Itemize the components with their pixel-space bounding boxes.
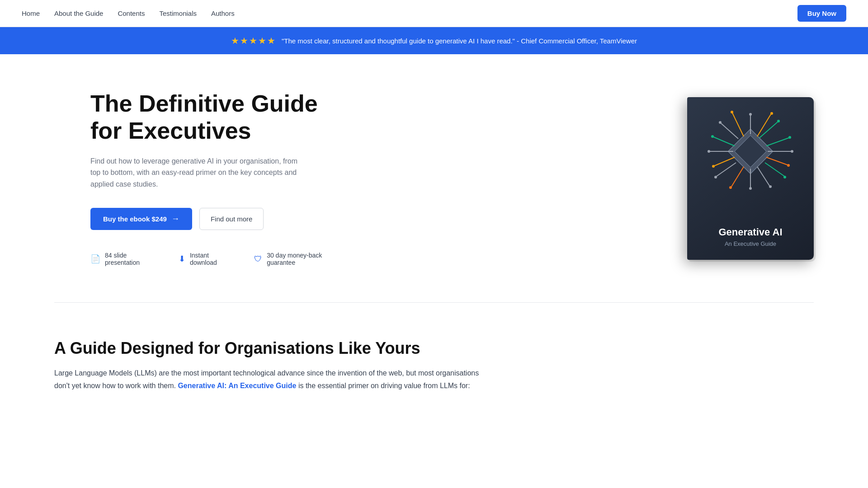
svg-point-29 [769, 185, 772, 188]
nav-contents[interactable]: Contents [118, 9, 145, 17]
svg-point-17 [708, 150, 710, 153]
nav-authors[interactable]: Authors [211, 9, 235, 17]
section-divider [54, 302, 814, 303]
feature-download-label: Instant download [190, 252, 232, 266]
circuit-illustration [701, 106, 800, 197]
svg-point-31 [777, 120, 780, 122]
nav-home[interactable]: Home [22, 9, 40, 17]
hero-description: Find out how to leverage generative AI i… [90, 155, 307, 190]
svg-point-15 [783, 176, 786, 178]
book-cover: Generative AI An Executive Guide [687, 97, 814, 260]
section2-description: Large Language Models (LLMs) are the mos… [54, 367, 488, 391]
feature-download: ⬇ Instant download [179, 252, 232, 266]
hero-title: The Definitive Guide for Executives [90, 90, 344, 145]
section-organisations: A Guide Designed for Organisations Like … [0, 312, 542, 409]
guide-link[interactable]: Generative AI: An Executive Guide [178, 382, 296, 389]
buy-now-button[interactable]: Buy Now [797, 5, 846, 22]
feature-slides-label: 84 slide presentation [105, 252, 157, 266]
feature-slides: 📄 84 slide presentation [90, 252, 157, 266]
testimonial-banner: ★★★★★ "The most clear, structured and th… [0, 27, 868, 54]
buy-ebook-label: Buy the ebook $249 [103, 215, 167, 223]
svg-line-6 [757, 114, 771, 136]
svg-line-30 [760, 122, 778, 138]
svg-point-9 [791, 150, 793, 153]
svg-line-28 [757, 167, 769, 186]
svg-point-33 [719, 121, 722, 124]
buy-ebook-button[interactable]: Buy the ebook $249 → [90, 208, 192, 230]
svg-line-4 [732, 113, 744, 136]
svg-point-5 [731, 111, 733, 113]
feature-guarantee-label: 30 day money-back guarantee [267, 252, 344, 266]
svg-point-19 [711, 135, 714, 138]
book-title: Generative AI [718, 226, 782, 238]
banner-quote: "The most clear, structured and thoughtf… [282, 37, 637, 45]
hero-content: The Definitive Guide for Executives Find… [90, 90, 344, 266]
svg-point-27 [729, 186, 732, 189]
download-icon: ⬇ [179, 254, 185, 264]
feature-guarantee: 🛡 30 day money-back guarantee [254, 252, 344, 266]
shield-icon: 🛡 [254, 254, 262, 264]
svg-point-7 [770, 112, 773, 115]
slides-icon: 📄 [90, 254, 100, 264]
svg-line-32 [721, 123, 738, 139]
arrow-right-icon: → [171, 214, 179, 224]
book-subtitle: An Executive Guide [718, 240, 782, 247]
hero-buttons: Buy the ebook $249 → Find out more [90, 208, 344, 230]
find-out-more-button[interactable]: Find out more [199, 208, 264, 230]
book-cover-container: Generative AI An Executive Guide [687, 97, 814, 260]
feature-list: 📄 84 slide presentation ⬇ Instant downlo… [90, 252, 344, 266]
svg-line-18 [713, 137, 735, 146]
navbar: Home About the Guide Contents Testimonia… [0, 0, 868, 27]
svg-line-20 [714, 157, 735, 166]
nav-about[interactable]: About the Guide [54, 9, 103, 17]
svg-line-12 [766, 157, 788, 165]
svg-line-14 [765, 163, 784, 176]
svg-point-21 [712, 165, 715, 168]
star-rating: ★★★★★ [231, 35, 276, 46]
hero-section: The Definitive Guide for Executives Find… [0, 54, 868, 293]
svg-line-22 [717, 163, 736, 176]
section2-title: A Guide Designed for Organisations Like … [54, 339, 488, 358]
svg-point-3 [749, 113, 752, 116]
svg-line-10 [766, 138, 789, 146]
nav-links: Home About the Guide Contents Testimonia… [22, 9, 235, 17]
svg-point-25 [749, 187, 752, 190]
nav-testimonials[interactable]: Testimonials [159, 9, 197, 17]
svg-line-26 [731, 167, 744, 187]
svg-point-11 [788, 136, 791, 139]
svg-point-23 [714, 176, 717, 178]
svg-point-13 [787, 164, 790, 167]
